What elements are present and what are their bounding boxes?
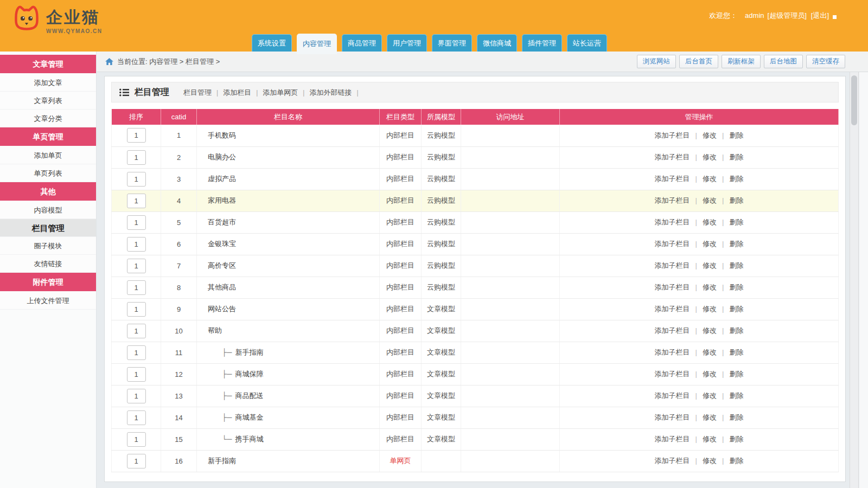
action-admin-map[interactable]: 后台地图 (764, 55, 803, 68)
sidebar-item-article-list[interactable]: 文章列表 (0, 92, 96, 110)
op-delete[interactable]: 删除 (729, 413, 743, 421)
op-edit[interactable]: 修改 (703, 370, 717, 378)
op-add-sub-category[interactable]: 添加子栏目 (655, 305, 690, 313)
scrollbar[interactable] (850, 72, 859, 488)
panel-link-category-management[interactable]: 栏目管理 (183, 88, 212, 97)
op-edit[interactable]: 修改 (703, 175, 717, 183)
action-browse-site[interactable]: 浏览网站 (637, 55, 676, 68)
op-add-sub-category[interactable]: 添加子栏目 (655, 370, 690, 378)
op-delete[interactable]: 删除 (729, 283, 743, 291)
scrollbar-thumb[interactable] (851, 75, 857, 125)
logout-link[interactable]: [退出] (811, 11, 829, 20)
op-edit[interactable]: 修改 (703, 131, 717, 139)
sort-input[interactable] (127, 259, 146, 273)
sort-input[interactable] (127, 237, 146, 252)
op-edit[interactable]: 修改 (703, 261, 717, 269)
sort-input[interactable] (127, 324, 146, 338)
sidebar-item-add-article[interactable]: 添加文章 (0, 74, 96, 92)
sidebar-item-content-model[interactable]: 内容模型 (0, 201, 96, 219)
op-delete[interactable]: 删除 (729, 326, 743, 335)
op-delete[interactable]: 删除 (729, 370, 743, 378)
op-delete[interactable]: 删除 (729, 218, 743, 226)
sort-input[interactable] (127, 150, 146, 165)
op-delete[interactable]: 删除 (729, 196, 743, 204)
op-edit[interactable]: 修改 (703, 391, 717, 400)
op-edit[interactable]: 修改 (703, 457, 717, 465)
op-delete[interactable]: 删除 (729, 261, 743, 269)
content-panel: 栏目管理 栏目管理|添加栏目|添加单网页|添加外部链接| 排序catid栏目名称… (104, 76, 846, 482)
op-add-sub-category[interactable]: 添加子栏目 (655, 196, 690, 204)
sort-input[interactable] (127, 215, 146, 230)
op-add-sub-category[interactable]: 添加子栏目 (655, 240, 690, 248)
tab-user-management[interactable]: 用户管理 (387, 34, 427, 52)
tab-content-management[interactable]: 内容管理 (297, 34, 337, 54)
sort-input[interactable] (127, 280, 146, 295)
op-delete[interactable]: 删除 (729, 348, 743, 356)
tab-wechat-mall[interactable]: 微信商城 (477, 34, 517, 52)
sort-input[interactable] (127, 454, 146, 468)
sidebar-item-add-single-page[interactable]: 添加单页 (0, 146, 96, 164)
op-add-sub-category[interactable]: 添加子栏目 (655, 348, 690, 356)
op-add-sub-category[interactable]: 添加子栏目 (655, 457, 690, 465)
ops-cell: 添加子栏目|修改|删除 (560, 211, 839, 233)
op-edit[interactable]: 修改 (703, 283, 717, 291)
op-delete[interactable]: 删除 (729, 391, 743, 400)
op-edit[interactable]: 修改 (703, 413, 717, 421)
tab-interface-management[interactable]: 界面管理 (432, 34, 472, 52)
op-delete[interactable]: 删除 (729, 131, 743, 139)
sidebar-item-article-category[interactable]: 文章分类 (0, 110, 96, 127)
skin-switch-square[interactable] (833, 15, 837, 19)
category-name-cell: ├─商城保障 (197, 363, 380, 385)
sidebar-item-friend-links[interactable]: 友情链接 (0, 255, 96, 273)
sidebar-item-single-page-list[interactable]: 单页列表 (0, 164, 96, 182)
tab-webmaster-operation[interactable]: 站长运营 (567, 34, 607, 52)
sort-input[interactable] (127, 367, 146, 382)
op-delete[interactable]: 删除 (729, 175, 743, 183)
catid-cell: 12 (161, 363, 197, 385)
sort-input[interactable] (127, 432, 146, 447)
op-delete[interactable]: 删除 (729, 153, 743, 161)
op-delete[interactable]: 删除 (729, 240, 743, 248)
sort-input[interactable] (127, 389, 146, 403)
op-edit[interactable]: 修改 (703, 348, 717, 356)
op-add-sub-category[interactable]: 添加子栏目 (655, 435, 690, 443)
op-add-sub-category[interactable]: 添加子栏目 (655, 283, 690, 291)
op-add-sub-category[interactable]: 添加子栏目 (655, 261, 690, 269)
op-edit[interactable]: 修改 (703, 435, 717, 443)
op-add-sub-category[interactable]: 添加子栏目 (655, 413, 690, 421)
op-edit[interactable]: 修改 (703, 153, 717, 161)
op-edit[interactable]: 修改 (703, 196, 717, 204)
op-add-sub-category[interactable]: 添加子栏目 (655, 326, 690, 335)
op-edit[interactable]: 修改 (703, 218, 717, 226)
panel-link-add-external-link[interactable]: 添加外部链接 (309, 88, 352, 97)
op-edit[interactable]: 修改 (703, 240, 717, 248)
sidebar-item-upload-file-management[interactable]: 上传文件管理 (0, 292, 96, 310)
op-add-sub-category[interactable]: 添加子栏目 (655, 218, 690, 226)
panel-link-add-category[interactable]: 添加栏目 (223, 88, 251, 97)
tab-plugin-management[interactable]: 插件管理 (522, 34, 562, 52)
tab-system-settings[interactable]: 系统设置 (252, 34, 292, 52)
action-admin-home[interactable]: 后台首页 (679, 55, 718, 68)
panel-link-add-single-webpage[interactable]: 添加单网页 (263, 88, 298, 97)
op-add-sub-category[interactable]: 添加子栏目 (655, 153, 690, 161)
action-refresh-frame[interactable]: 刷新框架 (722, 55, 761, 68)
op-add-sub-category[interactable]: 添加子栏目 (655, 131, 690, 139)
op-delete[interactable]: 删除 (729, 435, 743, 443)
sort-input[interactable] (127, 172, 146, 187)
op-delete[interactable]: 删除 (729, 305, 743, 313)
sidebar-item-category-management[interactable]: 栏目管理 (0, 219, 96, 237)
op-edit[interactable]: 修改 (703, 305, 717, 313)
op-delete[interactable]: 删除 (729, 457, 743, 465)
op-edit[interactable]: 修改 (703, 326, 717, 335)
table-row: 9网站公告内部栏目文章模型添加子栏目|修改|删除 (112, 298, 839, 320)
sort-input[interactable] (127, 194, 146, 208)
action-clear-cache[interactable]: 清空缓存 (806, 55, 845, 68)
sort-input[interactable] (127, 410, 146, 425)
sort-input[interactable] (127, 345, 146, 360)
sort-input[interactable] (127, 128, 146, 143)
tab-product-management[interactable]: 商品管理 (342, 34, 382, 52)
op-add-sub-category[interactable]: 添加子栏目 (655, 391, 690, 400)
op-add-sub-category[interactable]: 添加子栏目 (655, 175, 690, 183)
sidebar-item-circle-module[interactable]: 圈子模块 (0, 237, 96, 255)
sort-input[interactable] (127, 302, 146, 317)
